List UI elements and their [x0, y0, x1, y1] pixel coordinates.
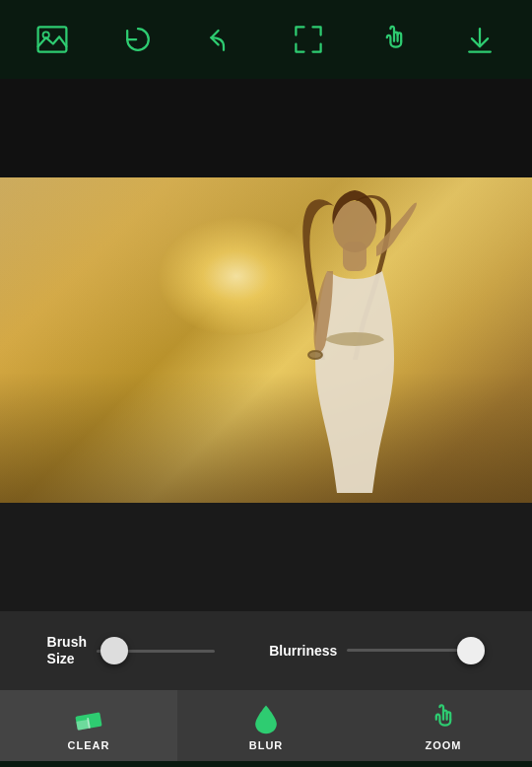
refresh-button[interactable]	[114, 16, 162, 63]
blur-button[interactable]: BLUR	[177, 690, 355, 761]
bottom-spacer	[0, 503, 532, 611]
expand-button[interactable]	[285, 16, 332, 63]
blurriness-control: Blurriness	[269, 643, 485, 660]
undo-button[interactable]	[200, 16, 247, 63]
brush-size-control: BrushSize	[47, 634, 215, 667]
eraser-icon	[71, 700, 106, 735]
photo-canvas[interactable]	[0, 177, 532, 503]
brush-size-slider[interactable]	[97, 650, 215, 653]
clear-label: CLEAR	[68, 739, 110, 751]
brush-size-label: BrushSize	[47, 634, 87, 667]
zoom-button[interactable]: ZOOM	[355, 690, 532, 761]
blurriness-label: Blurriness	[269, 643, 337, 660]
image-button[interactable]	[29, 16, 76, 63]
blur-label: BLUR	[249, 739, 284, 751]
touch-button[interactable]	[370, 16, 418, 63]
woman-silhouette	[256, 187, 453, 503]
zoom-hand-icon	[426, 700, 461, 735]
top-spacer	[0, 79, 532, 177]
download-button[interactable]	[456, 16, 503, 63]
blurriness-thumb[interactable]	[457, 637, 485, 664]
clear-button[interactable]: CLEAR	[0, 690, 177, 761]
svg-point-5	[308, 351, 322, 359]
toolbar	[0, 0, 532, 79]
controls-panel: BrushSize Blurriness	[0, 611, 532, 690]
blur-drop-icon	[248, 700, 284, 735]
blurriness-slider[interactable]	[347, 649, 485, 652]
brush-size-thumb[interactable]	[100, 637, 128, 664]
action-bar: CLEAR BLUR ZOOM	[0, 690, 532, 761]
zoom-label: ZOOM	[426, 739, 462, 751]
